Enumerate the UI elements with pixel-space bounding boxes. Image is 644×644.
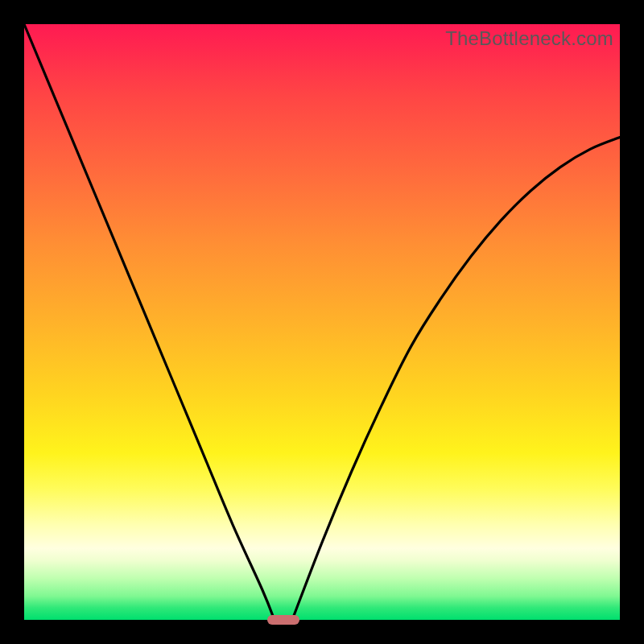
chart-frame: TheBottleneck.com [0,0,644,644]
right-curve-path [292,138,620,620]
bottom-marker [267,615,299,625]
left-curve-path [24,24,275,620]
chart-plot-area: TheBottleneck.com [24,24,620,620]
curve-layer [24,24,620,620]
